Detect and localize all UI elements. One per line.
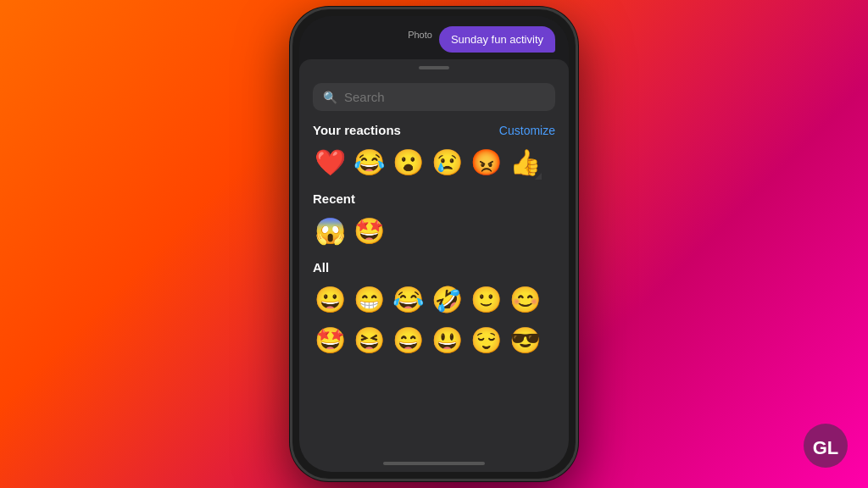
emoji-rolling[interactable]: 🤣: [430, 283, 464, 317]
emoji-star-eyes[interactable]: 🤩: [313, 324, 347, 358]
photo-label: Photo: [408, 30, 432, 40]
emoji-squint[interactable]: 😆: [352, 324, 386, 358]
your-reactions-title: Your reactions: [313, 123, 401, 137]
emoji-cool[interactable]: 😎: [508, 324, 542, 358]
emoji-slight-smile[interactable]: 🙂: [469, 283, 503, 317]
customize-link[interactable]: Customize: [499, 124, 555, 137]
emoji-blush[interactable]: 😊: [508, 283, 542, 317]
recent-header: Recent: [313, 191, 555, 206]
recent-section: Recent 😱 🤩: [313, 191, 555, 248]
search-input[interactable]: [344, 90, 545, 104]
message-bubble: Sunday fun activity: [439, 26, 555, 53]
emoji-thumbsup[interactable]: 👍: [508, 146, 542, 180]
gl-logo: GL: [804, 424, 848, 468]
emoji-scream[interactable]: 😱: [313, 214, 347, 248]
search-bar[interactable]: 🔍: [313, 83, 555, 111]
bottom-indicator: [383, 462, 485, 465]
emoji-relieved[interactable]: 😌: [469, 324, 503, 358]
emoji-grin[interactable]: 😀: [313, 283, 347, 317]
emoji-laughing[interactable]: 😂: [352, 146, 386, 180]
emoji-starstruck[interactable]: 🤩: [352, 214, 386, 248]
sheet-inner: 🔍 Your reactions Customize ❤️ 😂 😮: [299, 75, 569, 457]
all-title: All: [313, 260, 329, 274]
chat-area: Photo Sunday fun activity: [299, 16, 569, 59]
all-header: All: [313, 260, 555, 274]
bottom-sheet: 🔍 Your reactions Customize ❤️ 😂 😮: [299, 59, 569, 472]
phone-frame: Photo Sunday fun activity 🔍 Your reactio…: [290, 7, 578, 481]
recent-title: Recent: [313, 191, 355, 206]
recent-row: 😱 🤩: [313, 214, 555, 248]
your-reactions-row: ❤️ 😂 😮 😢 😡 👍: [313, 146, 555, 180]
your-reactions-section: Your reactions Customize ❤️ 😂 😮 😢 😡 👍: [313, 123, 555, 180]
emoji-surprised[interactable]: 😮: [391, 146, 425, 180]
emoji-smile[interactable]: 😄: [391, 324, 425, 358]
emoji-tears[interactable]: 😂: [391, 283, 425, 317]
drag-handle: [419, 66, 449, 69]
search-icon: 🔍: [323, 91, 337, 104]
your-reactions-header: Your reactions Customize: [313, 123, 555, 137]
emoji-big-smile[interactable]: 😃: [430, 324, 464, 358]
all-row-2: 🤩 😆 😄 😃 😌 😎: [313, 324, 555, 358]
emoji-angry[interactable]: 😡: [469, 146, 503, 180]
all-section: All 😀 😁 😂 🤣 🙂 😊 🤩 😆: [313, 260, 555, 358]
all-row-1: 😀 😁 😂 🤣 🙂 😊: [313, 283, 555, 317]
emoji-crying[interactable]: 😢: [430, 146, 464, 180]
emoji-beaming[interactable]: 😁: [352, 283, 386, 317]
phone-wrapper: Photo Sunday fun activity 🔍 Your reactio…: [290, 7, 578, 481]
emoji-heart[interactable]: ❤️: [313, 146, 347, 180]
svg-text:GL: GL: [813, 437, 839, 458]
phone-screen: Photo Sunday fun activity 🔍 Your reactio…: [299, 16, 569, 472]
